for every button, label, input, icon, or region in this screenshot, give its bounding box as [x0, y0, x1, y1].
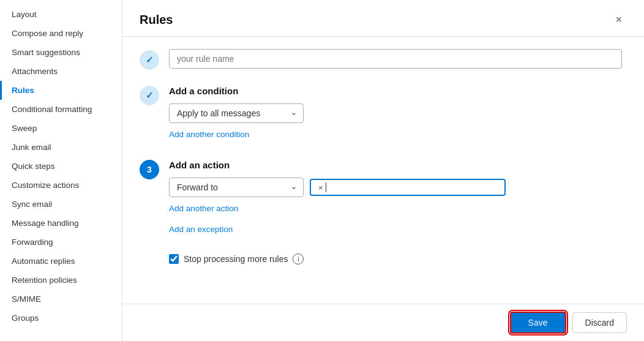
- sidebar-item-groups[interactable]: Groups: [0, 309, 122, 328]
- save-button[interactable]: Save: [510, 312, 566, 334]
- rule-name-input[interactable]: [169, 49, 622, 69]
- add-another-condition-button[interactable]: Add another condition: [169, 130, 249, 139]
- sidebar-item-smart-suggestions[interactable]: Smart suggestions: [0, 43, 122, 62]
- email-cursor: [326, 182, 326, 192]
- step-1-row: [140, 49, 627, 70]
- step-3-row: 3 Add an action Forward to Move to Delet…: [140, 159, 627, 239]
- stop-processing-row: Stop processing more rules i: [169, 253, 627, 264]
- sidebar-item-compose-reply[interactable]: Compose and reply: [0, 24, 122, 43]
- panel-header: Rules ×: [122, 0, 644, 37]
- email-clear-button[interactable]: ×: [316, 184, 326, 192]
- step-3-content: Add an action Forward to Move to Delete …: [169, 159, 627, 239]
- condition-dropdown-wrapper: Apply to all messages From To Subject in…: [169, 103, 304, 123]
- condition-dropdown[interactable]: Apply to all messages From To Subject in…: [169, 103, 304, 123]
- main-panel: Rules × Add a condition Apply to all mes…: [122, 0, 644, 341]
- condition-heading: Add a condition: [169, 86, 627, 96]
- add-another-action-button[interactable]: Add another action: [169, 204, 238, 213]
- sidebar-item-layout[interactable]: Layout: [0, 5, 122, 24]
- action-dropdown-wrapper: Forward to Move to Delete Mark as read F…: [169, 178, 304, 197]
- step-2-row: Add a condition Apply to all messages Fr…: [140, 84, 627, 144]
- sidebar-item-quick-steps[interactable]: Quick steps: [0, 157, 122, 176]
- sidebar-item-conditional-formatting[interactable]: Conditional formatting: [0, 100, 122, 119]
- sidebar-item-junk-email[interactable]: Junk email: [0, 138, 122, 157]
- panel-content: Add a condition Apply to all messages Fr…: [122, 37, 644, 304]
- sidebar-item-forwarding[interactable]: Forwarding: [0, 233, 122, 252]
- info-icon[interactable]: i: [293, 253, 304, 264]
- sidebar-item-attachments[interactable]: Attachments: [0, 62, 122, 81]
- action-links: Add another action: [169, 203, 627, 218]
- step-1-content: [169, 49, 627, 69]
- discard-button[interactable]: Discard: [572, 312, 627, 333]
- step-2-icon: [140, 86, 159, 105]
- sidebar-item-smime[interactable]: S/MIME: [0, 290, 122, 309]
- add-exception-button[interactable]: Add an exception: [169, 225, 233, 234]
- stop-processing-label: Stop processing more rules: [184, 254, 288, 264]
- action-dropdown[interactable]: Forward to Move to Delete Mark as read F…: [169, 178, 304, 197]
- sidebar-item-sync-email[interactable]: Sync email: [0, 195, 122, 214]
- step-2-content: Add a condition Apply to all messages Fr…: [169, 84, 627, 144]
- close-button[interactable]: ×: [610, 11, 627, 29]
- condition-dropdown-row: Apply to all messages From To Subject in…: [169, 103, 627, 123]
- page-title: Rules: [140, 13, 173, 27]
- sidebar: LayoutCompose and replySmart suggestions…: [0, 0, 122, 341]
- action-dropdown-row: Forward to Move to Delete Mark as read F…: [169, 178, 627, 197]
- sidebar-item-automatic-replies[interactable]: Automatic replies: [0, 252, 122, 271]
- panel-footer: Save Discard: [122, 304, 644, 341]
- sidebar-item-retention-policies[interactable]: Retention policies: [0, 271, 122, 290]
- sidebar-item-rules[interactable]: Rules: [0, 81, 122, 100]
- email-input-wrapper: ×: [310, 179, 506, 196]
- step-1-icon: [140, 50, 159, 70]
- action-heading: Add an action: [169, 160, 627, 170]
- sidebar-item-customize-actions[interactable]: Customize actions: [0, 176, 122, 195]
- sidebar-item-message-handling[interactable]: Message handling: [0, 214, 122, 233]
- exception-link-row: Add an exception: [169, 224, 627, 239]
- stop-processing-checkbox[interactable]: [169, 254, 179, 264]
- step-3-icon: 3: [140, 160, 159, 179]
- sidebar-item-sweep[interactable]: Sweep: [0, 119, 122, 138]
